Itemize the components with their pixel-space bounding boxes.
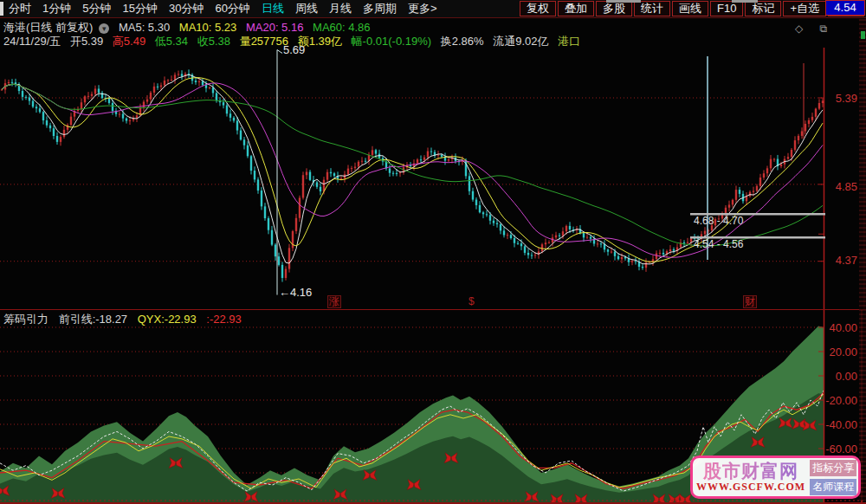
menu-item-weekly[interactable]: 周线 xyxy=(295,1,318,16)
window-chrome-fragment xyxy=(732,0,758,3)
ind-tick-n40: -40.00 xyxy=(812,418,857,431)
adjust-rights-button[interactable]: 复权 xyxy=(520,1,556,16)
multi-stock-button[interactable]: 多股 xyxy=(596,1,632,16)
ind-tick-n60: -60.00 xyxy=(812,443,857,456)
watermark-title: 股市财富网 xyxy=(696,462,805,481)
band1-label: 4.68 - 4.70 xyxy=(694,215,743,227)
ind-tick-40: 40.00 xyxy=(812,321,857,334)
seal-stamp-dollar: $ xyxy=(469,296,475,307)
toolbar-left-bar xyxy=(0,2,3,16)
toolbar-buttons: 复权 叠加 多股 统计 画线 F10 标记 +自选 返回 xyxy=(520,1,864,16)
draw-line-button[interactable]: 画线 xyxy=(672,1,708,16)
ind-tick-20: 20.00 xyxy=(812,346,857,359)
window-chrome-fragment xyxy=(606,0,641,3)
menu-item-daily[interactable]: 日线 xyxy=(262,1,284,16)
menu-item-more[interactable]: 更多> xyxy=(408,1,437,16)
add-watchlist-button[interactable]: +自选 xyxy=(783,1,826,16)
quote-date: 24/11/29/五 xyxy=(3,35,61,48)
quote-turnover: 换2.86% xyxy=(441,35,484,48)
low-annotation: ←4.16 xyxy=(279,286,312,299)
edge-green-marker xyxy=(861,31,865,39)
quote-low: 低5.34 xyxy=(155,35,188,48)
quote-high: 高5.49 xyxy=(113,35,145,48)
price-tick-539: 5.39 xyxy=(824,92,857,105)
quote-sector[interactable]: 港口 xyxy=(558,35,580,48)
price-tick-437: 4.37 xyxy=(824,254,857,267)
f10-button[interactable]: F10 xyxy=(710,1,743,16)
trading-app-window: 分时 1分钟 5分钟 15分钟 30分钟 60分钟 日线 周线 月线 多周期 更… xyxy=(0,0,866,504)
ma20-value: MA20: 5.16 xyxy=(246,21,304,34)
band2-label: 4.54 - 4.56 xyxy=(694,238,743,250)
menu-item-intraday[interactable]: 分时 xyxy=(9,1,31,16)
stock-title[interactable]: 海港(日线 前复权) xyxy=(3,21,93,34)
price-tick-485: 4.85 xyxy=(824,180,857,193)
watermark-badges: 指标分享 名师课程 xyxy=(810,460,856,495)
overlay-button[interactable]: 叠加 xyxy=(558,1,594,16)
statistics-button[interactable]: 统计 xyxy=(634,1,670,16)
menu-item-5min[interactable]: 5分钟 xyxy=(82,1,111,16)
menu-item-1min[interactable]: 1分钟 xyxy=(42,1,71,16)
ma10-value: MA10: 5.23 xyxy=(179,21,237,34)
panel-corner-icons[interactable]: ◇ ⧉ xyxy=(795,23,834,35)
period-toolbar: 分时 1分钟 5分钟 15分钟 30分钟 60分钟 日线 周线 月线 多周期 更… xyxy=(0,0,866,18)
ind-tick-n20: -20.00 xyxy=(812,394,857,407)
right-edge-strip xyxy=(859,19,866,501)
ma5-value: MA5: 5.30 xyxy=(119,21,170,34)
site-watermark: 股市财富网 WWW.GSCFW.COM 指标分享 名师课程 xyxy=(690,456,861,499)
quote-volume: 量257756 xyxy=(240,35,288,48)
quote-open: 开5.39 xyxy=(70,35,103,48)
high-annotation: 5.69 xyxy=(283,43,305,56)
watermark-url: WWW.GSCFW.COM xyxy=(696,481,805,494)
menu-item-30min[interactable]: 30分钟 xyxy=(169,1,204,16)
ind-tick-0: 0.00 xyxy=(812,370,857,383)
menu-item-multiperiod[interactable]: 多周期 xyxy=(363,1,397,16)
seal-stamp-zhang: 涨 xyxy=(327,295,341,308)
chevron-down-icon[interactable]: ▾ xyxy=(99,23,109,34)
menu-item-60min[interactable]: 60分钟 xyxy=(215,1,249,16)
menu-item-15min[interactable]: 15分钟 xyxy=(122,1,157,16)
ma60-value: MA60: 4.86 xyxy=(313,21,371,34)
quote-float: 流通9.02亿 xyxy=(493,35,548,48)
candlestick-chart[interactable] xyxy=(0,48,866,309)
quote-change: 幅-0.01(-0.19%) xyxy=(352,35,431,48)
current-price-box: 4.54 xyxy=(825,0,865,16)
mark-button[interactable]: 标记 xyxy=(745,1,781,16)
seal-stamp-cai: 财 xyxy=(743,295,757,308)
quote-close: 收5.38 xyxy=(197,35,230,48)
menu-item-monthly[interactable]: 月线 xyxy=(329,1,352,16)
badge-indicator-share: 指标分享 xyxy=(810,460,856,476)
watermark-text: 股市财富网 WWW.GSCFW.COM xyxy=(696,462,805,494)
period-menu: 分时 1分钟 5分钟 15分钟 30分钟 60分钟 日线 周线 月线 多周期 更… xyxy=(9,1,436,16)
badge-teacher-course: 名师课程 xyxy=(810,479,856,495)
